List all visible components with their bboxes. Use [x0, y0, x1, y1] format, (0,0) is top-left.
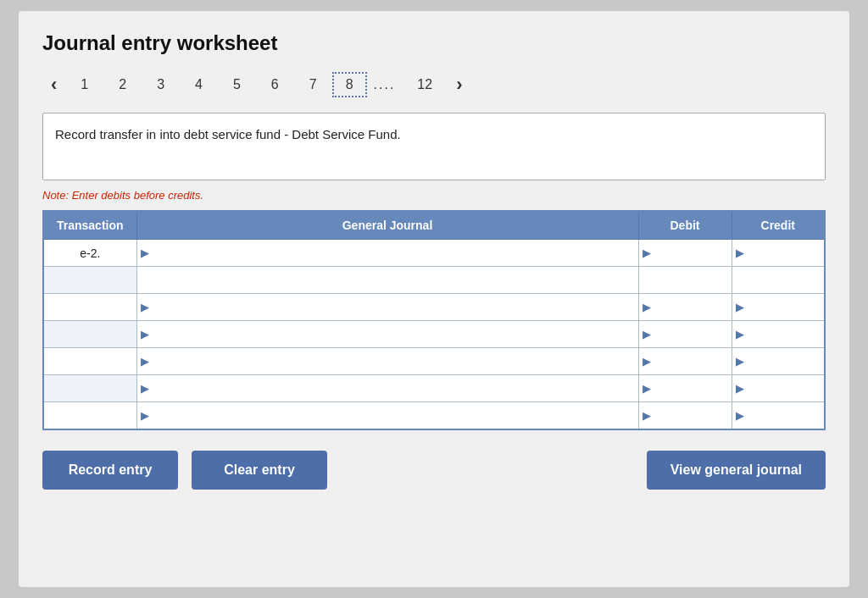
- general-journal-cell[interactable]: ▶: [136, 402, 638, 429]
- page-title: Journal entry worksheet: [42, 31, 826, 55]
- debit-cell[interactable]: ▶: [638, 402, 732, 429]
- arrow-icon: ▶: [736, 382, 744, 395]
- general-journal-input[interactable]: [151, 245, 635, 262]
- arrow-icon: ▶: [643, 382, 651, 395]
- general-journal-input[interactable]: [151, 326, 635, 343]
- credit-cell[interactable]: ▶: [732, 402, 825, 429]
- note-text: Note: Enter debits before credits.: [42, 189, 826, 202]
- general-journal-input[interactable]: [141, 272, 635, 289]
- credit-input[interactable]: [746, 245, 821, 262]
- table-row: ▶▶▶: [43, 402, 825, 429]
- page-2[interactable]: 2: [103, 72, 142, 97]
- general-journal-cell[interactable]: ▶: [136, 348, 638, 375]
- next-button[interactable]: ›: [448, 70, 470, 99]
- page-12[interactable]: 12: [402, 72, 448, 97]
- credit-cell[interactable]: ▶: [732, 375, 825, 402]
- pagination-ellipsis: ....: [367, 72, 403, 97]
- col-header-transaction: Transaction: [43, 211, 136, 240]
- page-8[interactable]: 8: [332, 72, 367, 97]
- general-journal-input[interactable]: [151, 353, 635, 370]
- arrow-icon: ▶: [141, 382, 149, 395]
- debit-input[interactable]: [653, 326, 728, 343]
- credit-cell[interactable]: ▶: [732, 240, 825, 267]
- arrow-icon: ▶: [643, 355, 651, 368]
- arrow-icon: ▶: [643, 301, 651, 313]
- view-general-journal-button[interactable]: View general journal: [647, 451, 826, 490]
- general-journal-cell[interactable]: [136, 267, 638, 294]
- transaction-cell: [43, 294, 136, 321]
- general-journal-cell[interactable]: ▶: [136, 294, 638, 321]
- general-journal-input[interactable]: [151, 407, 635, 424]
- debit-input[interactable]: [653, 299, 728, 316]
- buttons-row: Record entry Clear entry View general jo…: [42, 451, 826, 490]
- page-7[interactable]: 7: [294, 72, 332, 97]
- table-row: [43, 267, 825, 294]
- credit-input[interactable]: [746, 353, 821, 370]
- credit-cell[interactable]: ▶: [732, 348, 825, 375]
- general-journal-cell[interactable]: ▶: [136, 240, 638, 267]
- col-header-debit: Debit: [638, 211, 732, 240]
- debit-cell[interactable]: ▶: [638, 321, 732, 348]
- record-entry-button[interactable]: Record entry: [42, 451, 178, 490]
- debit-cell[interactable]: ▶: [638, 348, 732, 375]
- credit-input[interactable]: [746, 380, 821, 397]
- general-journal-cell[interactable]: ▶: [136, 375, 638, 402]
- transaction-cell: [43, 402, 136, 429]
- arrow-icon: ▶: [141, 355, 149, 368]
- page-1[interactable]: 1: [65, 72, 103, 97]
- arrow-icon: ▶: [643, 328, 651, 341]
- arrow-icon: ▶: [141, 246, 149, 259]
- col-header-credit: Credit: [732, 211, 825, 240]
- prev-button[interactable]: ‹: [42, 70, 65, 99]
- arrow-icon: ▶: [736, 409, 744, 422]
- arrow-icon: ▶: [736, 328, 744, 341]
- transaction-cell: [43, 375, 136, 402]
- general-journal-input[interactable]: [151, 380, 635, 397]
- arrow-icon: ▶: [736, 301, 744, 313]
- credit-cell[interactable]: ▶: [732, 294, 825, 321]
- table-row: ▶▶▶: [43, 321, 825, 348]
- table-row: e-2.▶▶▶: [43, 240, 825, 267]
- clear-entry-button[interactable]: Clear entry: [192, 451, 327, 490]
- credit-input[interactable]: [746, 407, 821, 424]
- page-3[interactable]: 3: [142, 72, 180, 97]
- credit-input[interactable]: [746, 326, 821, 343]
- arrow-icon: ▶: [141, 409, 149, 422]
- arrow-icon: ▶: [643, 246, 651, 259]
- table-row: ▶▶▶: [43, 348, 825, 375]
- debit-input[interactable]: [643, 272, 728, 289]
- general-journal-input[interactable]: [151, 299, 635, 316]
- arrow-icon: ▶: [141, 328, 149, 341]
- debit-cell[interactable]: ▶: [638, 294, 732, 321]
- journal-table: Transaction General Journal Debit Credit…: [42, 210, 826, 430]
- arrow-icon: ▶: [736, 246, 744, 259]
- arrow-icon: ▶: [736, 355, 744, 368]
- arrow-icon: ▶: [643, 409, 651, 422]
- table-row: ▶▶▶: [43, 375, 825, 402]
- page-6[interactable]: 6: [256, 72, 294, 97]
- transaction-cell: [43, 348, 136, 375]
- transaction-cell: e-2.: [43, 240, 136, 267]
- general-journal-cell[interactable]: ▶: [136, 321, 638, 348]
- credit-cell[interactable]: ▶: [732, 321, 825, 348]
- page-5[interactable]: 5: [218, 72, 256, 97]
- debit-input[interactable]: [653, 407, 728, 424]
- transaction-cell: [43, 321, 136, 348]
- debit-input[interactable]: [653, 353, 728, 370]
- table-row: ▶▶▶: [43, 294, 825, 321]
- pagination: ‹ 1 2 3 4 5 6 7 8 .... 12 ›: [42, 70, 826, 99]
- debit-cell[interactable]: [638, 267, 732, 294]
- credit-cell[interactable]: [732, 267, 825, 294]
- debit-input[interactable]: [653, 380, 728, 397]
- page-4[interactable]: 4: [180, 72, 218, 97]
- transaction-cell: [43, 267, 136, 294]
- description-box: Record transfer in into debt service fun…: [42, 113, 826, 180]
- arrow-icon: ▶: [141, 301, 149, 313]
- debit-input[interactable]: [653, 245, 728, 262]
- credit-input[interactable]: [746, 299, 821, 316]
- debit-cell[interactable]: ▶: [638, 240, 732, 267]
- worksheet-container: Journal entry worksheet ‹ 1 2 3 4 5 6 7 …: [19, 11, 849, 587]
- col-header-general-journal: General Journal: [136, 211, 638, 240]
- credit-input[interactable]: [736, 272, 821, 289]
- debit-cell[interactable]: ▶: [638, 375, 732, 402]
